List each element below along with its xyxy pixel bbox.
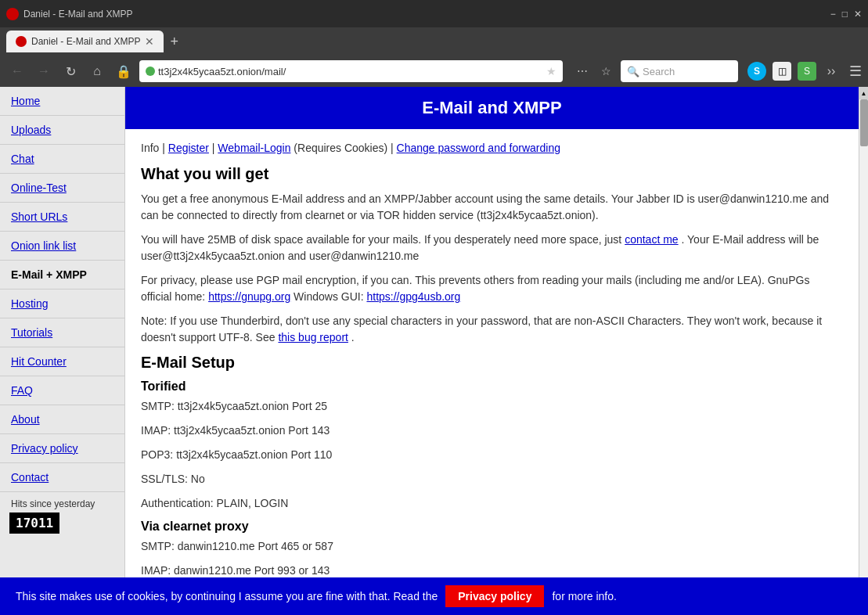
- security-icon: [146, 67, 155, 76]
- page-nav-links: Info | Register | Webmail-Login (Require…: [141, 142, 843, 154]
- ssl-tor: SSL/TLS: No: [141, 471, 843, 487]
- section2-title: E-Mail Setup: [141, 354, 843, 372]
- star-icon[interactable]: ☆: [596, 61, 616, 81]
- contact-link[interactable]: contact me: [625, 233, 678, 246]
- address-text: tt3j2x4k5ycaa5zt.onion/mail/: [158, 66, 543, 77]
- sidebar: Home Uploads Chat Online-Test Short URLs…: [0, 87, 125, 615]
- minimize-btn[interactable]: −: [830, 9, 836, 20]
- tab-close-btn[interactable]: ✕: [145, 35, 154, 48]
- sidebar-item-tutorials[interactable]: Tutorials: [0, 318, 124, 347]
- section1-title: What you will get: [141, 165, 843, 183]
- gpg4usb-link[interactable]: https://gpg4usb.org: [366, 290, 460, 303]
- sidebar-item-home[interactable]: Home: [0, 87, 124, 116]
- nav-bar: ← → ↻ ⌂ 🔒 tt3j2x4k5ycaa5zt.onion/mail/ ★…: [0, 56, 868, 87]
- sidebar-item-contact[interactable]: Contact: [0, 463, 124, 492]
- gnupg-link[interactable]: https://gnupg.org: [208, 290, 290, 303]
- extensions-btn[interactable]: ⋯: [572, 61, 592, 81]
- reload-button[interactable]: ↻: [59, 60, 81, 82]
- p4-end: .: [351, 331, 355, 343]
- content-body: What you will get You get a free anonymo…: [141, 165, 843, 579]
- smtp-clear: SMTP: danwin1210.me Port 465 or 587: [141, 538, 843, 555]
- forward-button[interactable]: →: [33, 60, 55, 82]
- restore-btn[interactable]: □: [842, 9, 848, 20]
- pop3-tor: POP3: tt3j2x4k5ycaa5zt.onion Port 110: [141, 447, 843, 463]
- search-bar-wrapper[interactable]: 🔍 Search: [621, 60, 738, 82]
- cookie-text-end: for more info.: [552, 590, 616, 602]
- smtp-tor: SMTP: tt3j2x4k5ycaa5zt.onion Port 25: [141, 398, 843, 415]
- shield-button[interactable]: 🔒: [113, 60, 135, 82]
- auth-tor: Authentication: PLAIN, LOGIN: [141, 495, 843, 512]
- hamburger-menu[interactable]: ☰: [849, 63, 862, 80]
- sidebar-item-hit-counter[interactable]: Hit Counter: [0, 347, 124, 376]
- skype-icon[interactable]: S: [747, 62, 766, 81]
- sidebar-item-email-xmpp[interactable]: E-Mail + XMPP: [0, 261, 124, 290]
- content-area: Home Uploads Chat Online-Test Short URLs…: [0, 87, 868, 615]
- new-tab-button[interactable]: +: [170, 34, 178, 50]
- tab-favicon: [16, 36, 27, 47]
- scroll-up-arrow[interactable]: ▲: [859, 87, 869, 99]
- page-header: E-Mail and XMPP: [125, 87, 859, 129]
- main-content: E-Mail and XMPP Info | Register | Webmai…: [125, 87, 859, 615]
- p2-text: You will have 25MB of disk space availab…: [141, 233, 625, 246]
- nav-webmail-link[interactable]: Webmail-Login: [218, 142, 290, 154]
- toolbar-icons: ⋯ ☆: [572, 61, 616, 81]
- scrollbar[interactable]: ▲ ▼: [859, 87, 868, 615]
- sidebar-item-onion-link-list[interactable]: Onion link list: [0, 232, 124, 261]
- sidebar-item-hosting[interactable]: Hosting: [0, 290, 124, 318]
- hits-value: 17011: [9, 512, 59, 534]
- hits-label: Hits since yesterday: [0, 492, 124, 511]
- clearnet-title: Via clearnet proxy: [141, 520, 843, 534]
- cookie-text: This site makes use of cookies, by conti…: [16, 590, 438, 602]
- sidebar-item-privacy-policy[interactable]: Privacy policy: [0, 434, 124, 463]
- nav-register-link[interactable]: Register: [168, 142, 209, 154]
- search-placeholder: Search: [643, 66, 675, 77]
- scroll-thumb[interactable]: [860, 99, 868, 146]
- imap-clear: IMAP: danwin1210.me Port 993 or 143: [141, 563, 843, 579]
- paragraph-3: For privacy, please use PGP mail encrypt…: [141, 272, 843, 305]
- search-icon: 🔍: [627, 66, 639, 77]
- sidebar-item-faq[interactable]: FAQ: [0, 376, 124, 405]
- cookie-bar: This site makes use of cookies, by conti…: [0, 577, 868, 615]
- close-btn[interactable]: ✕: [854, 9, 862, 20]
- p4-text: Note: If you use Thunderbird, don't use …: [141, 315, 822, 343]
- tab-label: Daniel - E-Mail and XMPP: [31, 36, 140, 47]
- sidebar-item-chat[interactable]: Chat: [0, 145, 124, 174]
- nav-info: Info: [141, 142, 159, 154]
- privacy-policy-button[interactable]: Privacy policy: [445, 585, 544, 607]
- scroll-track[interactable]: [860, 99, 868, 602]
- address-bar[interactable]: tt3j2x4k5ycaa5zt.onion/mail/ ★: [139, 60, 563, 82]
- sync-icon[interactable]: ◫: [773, 62, 791, 81]
- sidebar-item-short-urls[interactable]: Short URLs: [0, 203, 124, 232]
- bug-report-link[interactable]: this bug report: [278, 331, 348, 343]
- active-tab[interactable]: Daniel - E-Mail and XMPP ✕: [6, 31, 164, 52]
- imap-tor: IMAP: tt3j2x4k5ycaa5zt.onion Port 143: [141, 423, 843, 439]
- nav-webmail-note: (Requires Cookies): [294, 142, 387, 154]
- sidebar-item-online-test[interactable]: Online-Test: [0, 174, 124, 203]
- p3-mid: Windows GUI:: [294, 290, 366, 303]
- sidebar-item-uploads[interactable]: Uploads: [0, 116, 124, 145]
- back-button[interactable]: ←: [6, 60, 28, 82]
- account-icon[interactable]: S: [798, 62, 816, 81]
- tab-title: Daniel - E-Mail and XMPP: [23, 9, 132, 20]
- paragraph-2: You will have 25MB of disk space availab…: [141, 232, 843, 264]
- nav-change-password-link[interactable]: Change password and forwarding: [397, 142, 560, 154]
- paragraph-4: Note: If you use Thunderbird, don't use …: [141, 313, 843, 346]
- title-bar: Daniel - E-Mail and XMPP − □ ✕: [0, 0, 868, 27]
- torified-title: Torified: [141, 379, 843, 394]
- more-tools-btn[interactable]: ››: [821, 61, 841, 81]
- tab-bar: Daniel - E-Mail and XMPP ✕ +: [0, 27, 868, 56]
- sidebar-item-about[interactable]: About: [0, 405, 124, 434]
- paragraph-1: You get a free anonymous E-Mail address …: [141, 191, 843, 224]
- bookmark-icon[interactable]: ★: [546, 65, 556, 77]
- home-button[interactable]: ⌂: [86, 60, 108, 82]
